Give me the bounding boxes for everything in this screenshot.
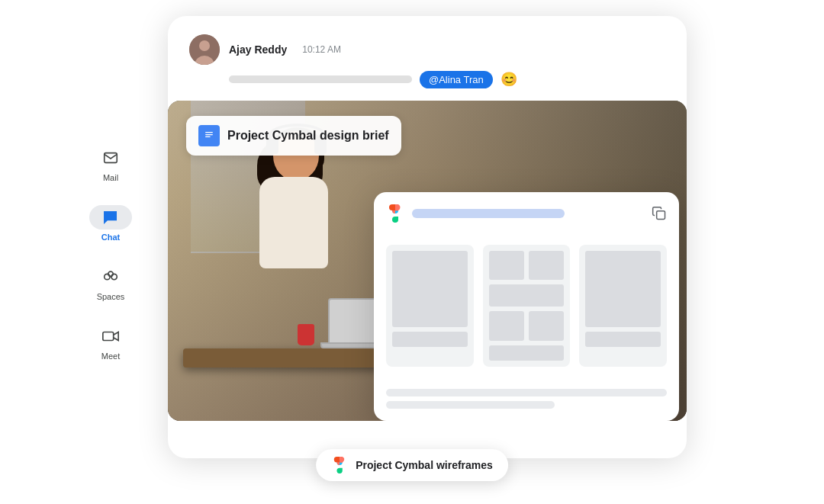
wireframe-box-2 xyxy=(483,245,571,367)
svg-rect-9 xyxy=(205,132,213,133)
footer-line-2 xyxy=(386,401,555,409)
doc-title-overlay: Project Cymbal design brief xyxy=(186,116,401,156)
avatar xyxy=(189,34,220,65)
svg-point-1 xyxy=(105,274,110,279)
svg-rect-8 xyxy=(204,129,215,143)
doc-title-text: Project Cymbal design brief xyxy=(227,129,389,143)
svg-rect-4 xyxy=(103,332,114,340)
message-header: Ajay Reddy 10:12 AM xyxy=(189,34,665,65)
meet-icon-pill xyxy=(89,324,132,348)
mail-icon xyxy=(102,149,119,166)
main-scene: Mail Chat Spaces xyxy=(69,16,755,489)
copy-icon xyxy=(652,206,667,221)
svg-rect-11 xyxy=(205,136,211,136)
message-area: Ajay Reddy 10:12 AM @Alina Tran 😊 xyxy=(168,16,687,101)
sidebar-item-meet[interactable]: Meet xyxy=(89,324,132,361)
sidebar-item-spaces[interactable]: Spaces xyxy=(89,265,132,301)
spaces-label: Spaces xyxy=(97,292,125,301)
wf-two-col-2 xyxy=(489,311,565,341)
message-emoji: 😊 xyxy=(501,71,517,88)
chat-icon-pill xyxy=(89,205,132,230)
wf-col-right-2 xyxy=(529,311,564,341)
mail-icon-pill xyxy=(89,146,132,170)
wireframe-box-3 xyxy=(579,245,667,367)
wf-two-col-1 xyxy=(489,251,565,281)
docs-preview: Project Cymbal design brief xyxy=(168,101,687,421)
message-content: @Alina Tran 😊 xyxy=(229,71,665,88)
figma-icon xyxy=(386,204,404,223)
figma-url-bar xyxy=(412,209,565,218)
figma-preview-card xyxy=(374,192,679,421)
figma-label-badge: Project Cymbal wireframes xyxy=(316,449,508,481)
chat-label: Chat xyxy=(101,233,120,242)
wireframe-box-1 xyxy=(386,245,474,367)
meet-label: Meet xyxy=(101,352,120,361)
figma-header xyxy=(386,204,667,223)
wf-image-placeholder-3 xyxy=(585,251,661,327)
chat-card: Ajay Reddy 10:12 AM @Alina Tran 😊 xyxy=(168,16,687,458)
message-text-bar xyxy=(229,75,412,83)
svg-point-2 xyxy=(111,274,117,279)
message-timestamp: 10:12 AM xyxy=(302,44,341,55)
figma-badge-icon xyxy=(331,457,348,474)
wf-col-right xyxy=(529,251,564,281)
chat-icon xyxy=(102,209,119,226)
svg-rect-12 xyxy=(657,210,665,219)
spaces-icon-pill xyxy=(89,265,132,289)
wf-col-left-2 xyxy=(489,311,524,341)
mail-label: Mail xyxy=(103,173,118,182)
figma-label-text: Project Cymbal wireframes xyxy=(356,459,493,471)
figma-footer xyxy=(386,389,667,409)
wireframe-area xyxy=(386,232,667,380)
figma-header-left xyxy=(386,204,565,223)
spaces-icon xyxy=(101,268,120,285)
wf-text-line-3 xyxy=(585,332,661,347)
sender-name: Ajay Reddy xyxy=(229,43,287,56)
wf-mid-bar xyxy=(489,284,565,307)
sidebar-item-mail[interactable]: Mail xyxy=(89,146,132,182)
sidebar-item-chat[interactable]: Chat xyxy=(89,205,132,242)
footer-line-1 xyxy=(386,389,667,396)
sidebar: Mail Chat Spaces xyxy=(69,16,153,489)
wf-bottom-line xyxy=(489,345,565,360)
svg-point-6 xyxy=(199,40,210,51)
svg-rect-10 xyxy=(205,133,213,134)
wf-text-line xyxy=(392,332,468,347)
wf-image-placeholder xyxy=(392,251,468,327)
mention-badge: @Alina Tran xyxy=(420,71,493,88)
wf-col-left xyxy=(489,251,524,281)
meet-icon xyxy=(101,328,120,345)
google-docs-icon xyxy=(198,125,220,146)
